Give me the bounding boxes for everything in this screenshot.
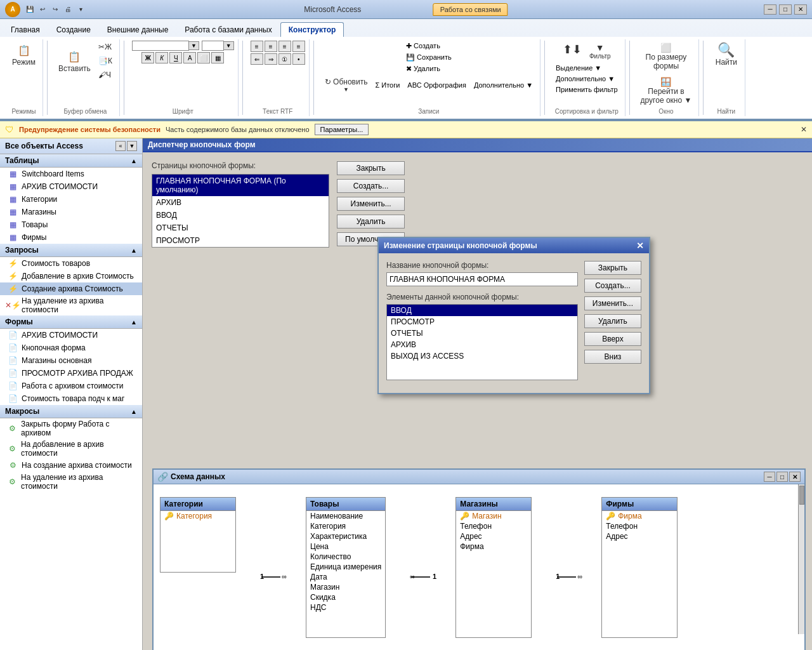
nav-item-f4[interactable]: 📄 ПРОСМОТР АРХИВА ПРОДАЖ xyxy=(0,367,142,380)
sort-btn[interactable]: ⬆⬇ xyxy=(560,41,585,62)
selection-btn[interactable]: Выделение ▼ xyxy=(553,63,621,73)
nav-item-q2[interactable]: ⚡ Добавление в архив Стоимость xyxy=(0,270,142,282)
italic-btn[interactable]: К xyxy=(155,52,168,63)
tab-database[interactable]: Работа с базами данных xyxy=(176,22,280,37)
save-record-btn[interactable]: 💾 Сохранить xyxy=(403,52,455,63)
nav-item-m2[interactable]: ⚙ На добавление в архив стоимости xyxy=(0,439,142,459)
nav-item-f6[interactable]: 📄 Стоимость товара подч к маг xyxy=(0,392,142,405)
nav-item-f1[interactable]: 📄 АРХИВ СТОИМОСТИ xyxy=(0,329,142,342)
elements-list[interactable]: ВВОД ПРОСМОТР ОТЧЕТЫ АРХИВ ВЫХОД ИЗ ACCE… xyxy=(386,304,578,380)
font-name-combo[interactable]: ▼ xyxy=(132,41,199,51)
spell-btn[interactable]: АВС Орфография xyxy=(404,76,469,95)
fit-window-btn[interactable]: ⬜ По размеруформы xyxy=(643,41,690,72)
underline-btn[interactable]: Ч xyxy=(169,52,182,63)
minimize-btn[interactable]: ─ xyxy=(764,4,776,15)
security-params-btn[interactable]: Параметры... xyxy=(315,124,369,135)
security-close-btn[interactable]: ✕ xyxy=(801,125,807,134)
nav-item-f3[interactable]: 📄 Магазины основная xyxy=(0,354,142,367)
nav-item-f5[interactable]: 📄 Работа с архивом стоимости xyxy=(0,380,142,392)
tab-external[interactable]: Внешние данные xyxy=(99,22,177,37)
font-size-combo[interactable]: ▼ xyxy=(202,41,234,51)
schema-vscroll-thumb[interactable] xyxy=(799,486,804,505)
nav-collapse-btn[interactable]: « xyxy=(115,141,126,151)
schema-minimize-btn[interactable]: ─ xyxy=(764,472,775,482)
schema-restore-btn[interactable]: □ xyxy=(776,472,788,482)
more-btn[interactable]: ▾ xyxy=(75,4,86,15)
page-item-3[interactable]: ОТЧЕТЫ xyxy=(152,222,329,234)
table-btn[interactable]: ▦ xyxy=(211,52,224,63)
align-center-btn[interactable]: ≡ xyxy=(265,41,277,52)
refresh-btn[interactable]: ↻ Обновить▼ xyxy=(322,76,371,95)
bullets-btn[interactable]: • xyxy=(292,53,305,65)
dialog-down-btn[interactable]: Вниз xyxy=(584,350,641,364)
print-preview-btn[interactable]: 🖨 xyxy=(62,4,74,15)
schema-scrollbar-v[interactable] xyxy=(798,484,804,634)
numbering-btn[interactable]: ① xyxy=(278,53,291,65)
nav-item-m3[interactable]: ⚙ На создание архива стоимости xyxy=(0,459,142,472)
sw-edit-btn[interactable]: Изменить... xyxy=(337,197,405,211)
close-btn[interactable]: ✕ xyxy=(794,4,807,15)
nav-item-firms[interactable]: ▦ Фирмы xyxy=(0,231,142,244)
font-name-arrow[interactable]: ▼ xyxy=(189,41,199,50)
indent-right-btn[interactable]: ⇒ xyxy=(265,53,277,65)
form-name-input[interactable] xyxy=(386,272,578,286)
schema-close-btn[interactable]: ✕ xyxy=(789,472,801,482)
dialog-delete-btn[interactable]: Удалить xyxy=(584,314,641,328)
mode-btn[interactable]: 📋 Режим xyxy=(9,41,39,69)
element-item-1[interactable]: ПРОСМОТР xyxy=(387,316,577,328)
format-painter-btn[interactable]: 🖌Ч xyxy=(95,69,115,81)
bg-color-btn[interactable]: ⬜ xyxy=(197,52,210,63)
paste-btn[interactable]: 📋 Вставить xyxy=(55,47,94,75)
bold-btn[interactable]: Ж xyxy=(141,52,154,63)
nav-item-shops[interactable]: ▦ Магазины xyxy=(0,206,142,218)
new-record-btn[interactable]: ✚ Создать xyxy=(403,41,455,51)
nav-item-q4[interactable]: ✕⚡ На удаление из архива стоимости xyxy=(0,295,142,315)
special-tab[interactable]: Работа со связями xyxy=(433,3,508,16)
tab-create[interactable]: Создание xyxy=(48,22,99,37)
sw-close-btn[interactable]: Закрыть xyxy=(337,161,405,175)
tab-design[interactable]: Конструктор xyxy=(280,22,344,37)
nav-item-q1[interactable]: ⚡ Стоимость товаров xyxy=(0,257,142,270)
copy-btn[interactable]: 📑К xyxy=(95,55,115,67)
switch-window-btn[interactable]: 🪟 Перейти вдругое окно ▼ xyxy=(638,75,695,107)
element-item-4[interactable]: ВЫХОД ИЗ ACCESS xyxy=(387,350,577,362)
nav-section-tables[interactable]: Таблицы ▲ xyxy=(0,154,142,168)
nav-item-m4[interactable]: ⚙ На удаление из архива стоимости xyxy=(0,472,142,492)
more-records-btn[interactable]: Дополнительно ▼ xyxy=(471,76,536,95)
nav-item-archive[interactable]: ▦ АРХИВ СТОИМОСТИ xyxy=(0,180,142,193)
dialog-close-icon[interactable]: ✕ xyxy=(636,241,644,251)
nav-section-forms[interactable]: Формы ▲ xyxy=(0,315,142,329)
nav-options-btn[interactable]: ▼ xyxy=(127,141,137,151)
element-item-3[interactable]: АРХИВ xyxy=(387,339,577,350)
apply-filter-btn[interactable]: Применить фильтр xyxy=(553,84,621,95)
sw-create-btn[interactable]: Создать... xyxy=(337,179,405,193)
page-item-4[interactable]: ПРОСМОТР xyxy=(152,234,329,247)
totals-btn[interactable]: Σ Итоги xyxy=(372,76,403,95)
align-left-btn[interactable]: ≡ xyxy=(251,41,263,52)
page-item-2[interactable]: ВВОД xyxy=(152,209,329,222)
cut-btn[interactable]: ✂Ж xyxy=(95,41,115,53)
element-item-0[interactable]: ВВОД xyxy=(387,305,577,316)
indent-left-btn[interactable]: ⇐ xyxy=(251,53,263,65)
element-item-2[interactable]: ОТЧЕТЫ xyxy=(387,328,577,339)
pages-list[interactable]: ГЛАВНАЯ КНОПОЧНАЯ ФОРМА (По умолчанию) А… xyxy=(152,174,329,248)
filter-btn[interactable]: ▼ Фильтр xyxy=(586,41,614,62)
dialog-close-btn[interactable]: Закрыть xyxy=(584,261,641,275)
font-size-input[interactable] xyxy=(202,41,224,51)
dialog-create-btn[interactable]: Создать... xyxy=(584,279,641,293)
save-quick-btn[interactable]: 💾 xyxy=(24,4,36,15)
page-item-0[interactable]: ГЛАВНАЯ КНОПОЧНАЯ ФОРМА (По умолчанию) xyxy=(152,175,329,196)
delete-record-btn[interactable]: ✖ Удалить xyxy=(403,63,455,74)
nav-item-f2[interactable]: 📄 Кнопочная форма xyxy=(0,342,142,354)
nav-section-queries[interactable]: Запросы ▲ xyxy=(0,244,142,257)
page-item-1[interactable]: АРХИВ xyxy=(152,196,329,209)
dialog-up-btn[interactable]: Вверх xyxy=(584,332,641,346)
nav-item-m1[interactable]: ⚙ Закрыть форму Работа с архивом xyxy=(0,418,142,439)
align-justify-btn[interactable]: ≡ xyxy=(292,41,305,52)
find-btn[interactable]: 🔍 Найти xyxy=(712,41,740,69)
advanced-btn[interactable]: Дополнительно ▼ xyxy=(553,74,621,84)
nav-item-categories[interactable]: ▦ Категории xyxy=(0,193,142,206)
align-right-btn[interactable]: ≡ xyxy=(278,41,291,52)
redo-btn[interactable]: ↪ xyxy=(49,4,61,15)
tab-home[interactable]: Главная xyxy=(3,22,48,37)
